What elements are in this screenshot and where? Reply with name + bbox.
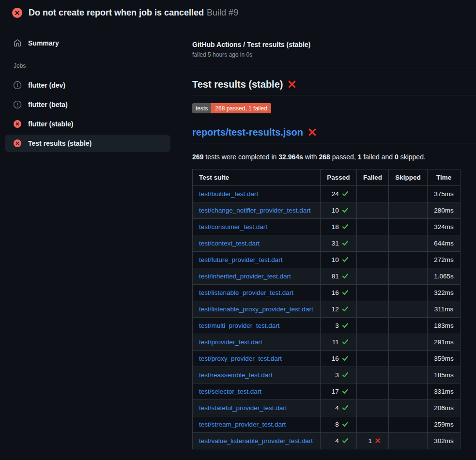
skipped-total: 0 bbox=[395, 153, 399, 161]
time-value: 311ms bbox=[428, 301, 461, 317]
test-suite-link[interactable]: test/proxy_provider_test.dart bbox=[199, 355, 282, 362]
check-icon bbox=[342, 306, 349, 312]
passed-count: 3 bbox=[335, 371, 339, 379]
check-icon bbox=[342, 240, 349, 246]
sidebar-item-test-results-stable[interactable]: Test results (stable) bbox=[5, 135, 170, 152]
x-circle-icon bbox=[14, 139, 21, 147]
test-suite-link[interactable]: test/listenable_provider_test.dart bbox=[199, 289, 293, 296]
col-skipped: Skipped bbox=[389, 169, 428, 185]
time-value: 259ms bbox=[428, 416, 461, 432]
check-icon bbox=[342, 388, 349, 395]
divider bbox=[192, 67, 476, 67]
sidebar-item-flutter-beta[interactable]: flutter (beta) bbox=[5, 96, 170, 113]
x-icon bbox=[375, 438, 381, 444]
table-header-row: Test suite Passed Failed Skipped Time bbox=[193, 169, 461, 185]
passed-count: 17 bbox=[332, 388, 339, 395]
check-icon bbox=[342, 207, 349, 214]
time-value: 280ms bbox=[428, 202, 461, 218]
failed-x-icon bbox=[288, 80, 296, 89]
report-file-link[interactable]: reports/test-results.json bbox=[192, 127, 303, 138]
passed-count: 3 bbox=[335, 322, 339, 329]
passed-count: 4 bbox=[335, 437, 339, 445]
passed-count: 16 bbox=[332, 289, 339, 296]
run-meta: failed 5 hours ago in 0s bbox=[192, 51, 476, 58]
test-suite-link[interactable]: test/context_test.dart bbox=[199, 240, 260, 247]
sidebar-item-label: Test results (stable) bbox=[28, 139, 92, 147]
summary-line: 269 tests were completed in 32.964s with… bbox=[192, 153, 476, 161]
time-value: 324ms bbox=[428, 218, 461, 235]
table-row: test/provider_test.dart 11 291ms bbox=[193, 334, 461, 350]
sidebar-jobs-list: flutter (dev) flutter (beta) flutter (st… bbox=[5, 77, 170, 152]
passed-count: 18 bbox=[332, 223, 339, 230]
passed-count: 12 bbox=[332, 306, 339, 313]
test-suite-link[interactable]: test/listenable_proxy_provider_test.dart bbox=[199, 306, 313, 313]
stop-icon bbox=[14, 101, 21, 108]
col-time: Time bbox=[428, 169, 461, 185]
test-suite-link[interactable]: test/reassemble_test.dart bbox=[199, 371, 273, 379]
home-icon bbox=[14, 39, 21, 47]
sidebar-item-summary[interactable]: Summary bbox=[5, 34, 170, 52]
test-suite-link[interactable]: test/change_notifier_provider_test.dart bbox=[199, 207, 310, 214]
results-table: Test suite Passed Failed Skipped Time te… bbox=[192, 169, 461, 449]
check-icon bbox=[342, 371, 349, 378]
report-title: reports/test-results.json bbox=[192, 127, 476, 143]
x-circle-icon bbox=[12, 8, 22, 18]
time-value: 1.065s bbox=[428, 268, 461, 284]
sidebar-summary-label: Summary bbox=[28, 39, 59, 47]
section-title: Test results (stable) bbox=[192, 79, 476, 95]
time-value: 331ms bbox=[428, 383, 461, 399]
test-suite-link[interactable]: test/stateful_provider_test.dart bbox=[199, 404, 287, 412]
passed-count: 10 bbox=[332, 256, 339, 263]
section-title-text: Test results (stable) bbox=[192, 79, 283, 90]
test-suite-link[interactable]: test/future_provider_test.dart bbox=[199, 256, 283, 263]
table-row: test/future_provider_test.dart 10 272ms bbox=[193, 251, 461, 268]
main-content: GitHub Actions / Test results (stable) f… bbox=[184, 25, 476, 449]
time-value: 644ms bbox=[428, 235, 461, 251]
sidebar-item-label: flutter (beta) bbox=[28, 101, 68, 108]
check-icon bbox=[342, 437, 349, 444]
test-suite-link[interactable]: test/consumer_test.dart bbox=[199, 223, 267, 230]
table-row: test/consumer_test.dart 18 324ms bbox=[193, 218, 461, 235]
passed-count: 8 bbox=[335, 421, 339, 428]
build-number: Build #9 bbox=[207, 8, 238, 17]
stop-icon bbox=[14, 81, 21, 89]
check-icon bbox=[342, 223, 349, 230]
table-row: test/builder_test.dart 24 375ms bbox=[193, 185, 461, 202]
time-value: 322ms bbox=[428, 284, 461, 301]
passed-count: 4 bbox=[335, 404, 339, 412]
sidebar-item-label: flutter (stable) bbox=[28, 120, 73, 128]
page-title: Do not create report when job is cancell… bbox=[29, 8, 238, 18]
failed-x-icon bbox=[308, 128, 317, 137]
test-suite-link[interactable]: test/builder_test.dart bbox=[199, 190, 258, 198]
table-row: test/proxy_provider_test.dart 16 359ms bbox=[193, 350, 461, 367]
check-icon bbox=[342, 289, 349, 296]
check-icon bbox=[342, 190, 349, 197]
test-suite-link[interactable]: test/value_listenable_provider_test.dart bbox=[199, 437, 313, 445]
table-row: test/selector_test.dart 17 331ms bbox=[193, 383, 461, 399]
table-row: test/value_listenable_provider_test.dart… bbox=[193, 432, 461, 449]
test-suite-link[interactable]: test/stream_provider_test.dart bbox=[199, 421, 286, 428]
test-suite-link[interactable]: test/selector_test.dart bbox=[199, 388, 261, 395]
time-value: 375ms bbox=[428, 185, 461, 202]
table-row: test/stream_provider_test.dart 8 259ms bbox=[193, 416, 461, 432]
tests-badge[interactable]: tests 268 passed, 1 failed bbox=[192, 103, 271, 113]
sidebar-item-label: flutter (dev) bbox=[28, 81, 65, 89]
table-row: test/reassemble_test.dart 3 185ms bbox=[193, 367, 461, 383]
time-value: 183ms bbox=[428, 317, 461, 334]
table-row: test/inherited_provider_test.dart 81 1.0… bbox=[193, 268, 461, 284]
table-row: test/listenable_proxy_provider_test.dart… bbox=[193, 301, 461, 317]
passed-count: 81 bbox=[332, 273, 339, 280]
run-header: Do not create report when job is cancell… bbox=[0, 0, 476, 25]
test-suite-link[interactable]: test/inherited_provider_test.dart bbox=[199, 273, 291, 280]
col-failed: Failed bbox=[356, 169, 388, 185]
time-value: 359ms bbox=[428, 350, 461, 367]
time-value: 302ms bbox=[428, 432, 461, 449]
table-row: test/stateful_provider_test.dart 4 206ms bbox=[193, 399, 461, 416]
sidebar-item-flutter-stable[interactable]: flutter (stable) bbox=[5, 115, 170, 133]
col-test-suite: Test suite bbox=[193, 169, 321, 185]
test-suite-link[interactable]: test/provider_test.dart bbox=[199, 338, 262, 346]
test-suite-link[interactable]: test/multi_provider_test.dart bbox=[199, 322, 280, 329]
passed-count: 10 bbox=[332, 207, 339, 214]
run-name: Do not create report when job is cancell… bbox=[29, 8, 204, 17]
sidebar-item-flutter-dev[interactable]: flutter (dev) bbox=[5, 77, 170, 94]
